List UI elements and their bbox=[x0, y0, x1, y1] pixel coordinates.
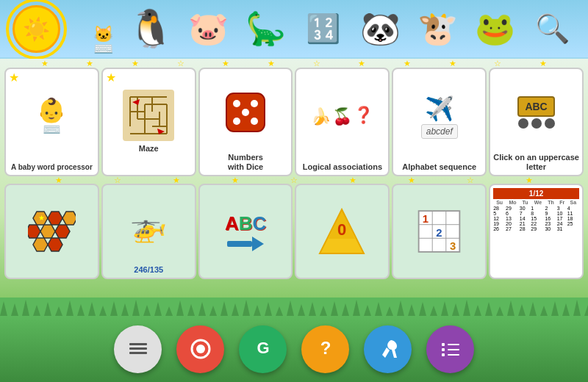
svg-text:3: 3 bbox=[450, 240, 456, 252]
svg-text:0: 0 bbox=[337, 220, 346, 239]
deco-star: ☆ bbox=[177, 59, 184, 68]
svg-rect-106 bbox=[448, 349, 459, 350]
star-badge: ★ bbox=[106, 71, 116, 84]
search-icon[interactable]: 🔍 bbox=[526, 5, 578, 53]
svg-point-17 bbox=[251, 100, 258, 107]
game-card-label: Numberswith Dice bbox=[228, 153, 263, 172]
game-card-calendar[interactable]: 1/12 Su Mo Tu We Th Fr Sa 2829301234 567… bbox=[489, 184, 584, 279]
svg-rect-0 bbox=[126, 93, 171, 137]
menu-icon bbox=[126, 337, 150, 361]
list-button[interactable] bbox=[426, 325, 474, 373]
list-icon bbox=[439, 337, 462, 361]
game-card-label: A baby word processor bbox=[11, 163, 93, 172]
pyramid-svg: 0 bbox=[318, 206, 366, 257]
helicopter-score: 246/135 bbox=[134, 265, 163, 275]
game-card-uppercase-letter[interactable]: ABC Click on an uppercase letter bbox=[489, 68, 584, 176]
svg-marker-27 bbox=[33, 238, 48, 251]
game-card-hexagons[interactable]: ★ bbox=[4, 184, 99, 279]
svg-text:1: 1 bbox=[423, 213, 429, 225]
dice-svg bbox=[223, 90, 268, 134]
svg-marker-22 bbox=[48, 212, 62, 225]
deco-star: ★ bbox=[132, 59, 139, 68]
maze-svg bbox=[126, 93, 171, 137]
main-area: ★ ★ ★ ☆ ★ ★ ☆ ★ ★ ★ ☆ ★ ★ 👶 ⌨️ A baby wo… bbox=[0, 59, 588, 316]
game-card-numbers-with-dice[interactable]: Numberswith Dice bbox=[198, 68, 293, 176]
svg-text:?: ? bbox=[320, 338, 331, 358]
top-bar: ☀️ 🐱 ⌨️ 🐧 🐷 🦕 🔢 🐼 🐮 🐸 🔍 bbox=[0, 0, 588, 59]
game-card-label: Alphabet sequence bbox=[402, 162, 476, 172]
game-card-helicopter[interactable]: 🚁 246/135 bbox=[101, 184, 196, 279]
game-card-sudoku[interactable]: 1 2 3 bbox=[392, 184, 487, 279]
go-icon: G bbox=[251, 337, 275, 361]
frog-icon[interactable]: 🐸 bbox=[469, 5, 520, 53]
deco-star: ☆ bbox=[290, 176, 298, 185]
svg-text:G: G bbox=[257, 339, 269, 357]
pig-icon[interactable]: 🐷 bbox=[182, 5, 234, 53]
calendar-title: 1/12 bbox=[493, 188, 579, 199]
svg-rect-97 bbox=[129, 347, 147, 350]
svg-point-100 bbox=[196, 345, 205, 353]
game-card-logical-associations[interactable]: 🍌 🍒 ❓ Logical associations bbox=[295, 68, 390, 176]
deco-star: ★ bbox=[222, 59, 229, 68]
settings-button[interactable] bbox=[364, 325, 412, 373]
hexagon-grid-svg: ★ bbox=[28, 208, 76, 256]
svg-marker-23 bbox=[62, 212, 76, 225]
grass-decoration bbox=[0, 298, 588, 316]
numbers-icon[interactable]: 🔢 bbox=[297, 5, 348, 53]
svg-rect-108 bbox=[448, 354, 459, 356]
svg-text:2: 2 bbox=[437, 227, 442, 239]
menu-button[interactable] bbox=[114, 325, 162, 373]
star-badge: ★ bbox=[9, 71, 19, 84]
game-card-abc-arrow[interactable]: ABC bbox=[198, 184, 293, 279]
svg-marker-24 bbox=[28, 225, 40, 238]
game-card-label: Maze bbox=[139, 144, 159, 154]
deco-star: ★ bbox=[404, 59, 411, 68]
deco-star: ★ bbox=[449, 59, 456, 68]
game-card-pyramid[interactable]: 0 bbox=[295, 184, 390, 279]
svg-rect-96 bbox=[129, 343, 147, 345]
abc-cow-icon[interactable]: 🐮 bbox=[412, 5, 463, 53]
go-button[interactable]: G bbox=[239, 325, 287, 373]
deco-star: ★ bbox=[268, 59, 275, 68]
help-button[interactable]: ? bbox=[301, 325, 349, 373]
grass-svg bbox=[0, 298, 588, 316]
svg-rect-105 bbox=[442, 348, 445, 351]
sudoku-svg: 1 2 3 bbox=[415, 206, 463, 257]
dinosaur-icon[interactable]: 🦕 bbox=[240, 5, 291, 53]
penguin-icon[interactable]: 🐧 bbox=[125, 5, 176, 53]
game-card-alphabet-sequence[interactable]: ✈️ abcdef Alphabet sequence bbox=[392, 68, 487, 176]
svg-marker-26 bbox=[55, 225, 70, 238]
svg-point-18 bbox=[242, 109, 249, 116]
deco-star: ★ bbox=[41, 59, 49, 68]
wrench-icon bbox=[376, 337, 400, 361]
bottom-toolbar: G ? bbox=[0, 316, 588, 382]
svg-point-16 bbox=[233, 100, 240, 107]
svg-rect-104 bbox=[448, 344, 459, 345]
record-button[interactable] bbox=[176, 325, 224, 373]
svg-rect-98 bbox=[129, 352, 147, 354]
game-card-label: Logical associations bbox=[303, 162, 382, 172]
deco-star: ☆ bbox=[494, 59, 501, 68]
deco-star: ★ bbox=[539, 59, 547, 68]
svg-point-20 bbox=[251, 118, 258, 125]
panda-icon[interactable]: 🐼 bbox=[354, 5, 406, 53]
deco-star: ★ bbox=[86, 59, 93, 68]
deco-star: ★ bbox=[358, 59, 365, 68]
help-icon: ? bbox=[314, 337, 337, 361]
abc-train: ABC bbox=[517, 96, 554, 129]
svg-point-19 bbox=[233, 118, 240, 125]
svg-rect-103 bbox=[442, 343, 445, 346]
svg-marker-25 bbox=[40, 225, 55, 238]
svg-text:★: ★ bbox=[37, 214, 44, 222]
game-card-maze[interactable]: ★ bbox=[101, 68, 196, 176]
sun-icon[interactable]: ☀️ bbox=[10, 5, 62, 53]
svg-marker-28 bbox=[48, 238, 62, 251]
deco-star: ☆ bbox=[313, 59, 320, 68]
game-card-baby-word-processor[interactable]: ★ 👶 ⌨️ A baby word processor bbox=[4, 68, 99, 176]
game-card-label: Click on an uppercase letter bbox=[493, 153, 579, 172]
record-icon bbox=[189, 337, 212, 361]
cat-typing-icon[interactable]: 🐱 ⌨️ bbox=[68, 5, 119, 53]
svg-rect-107 bbox=[442, 353, 445, 356]
